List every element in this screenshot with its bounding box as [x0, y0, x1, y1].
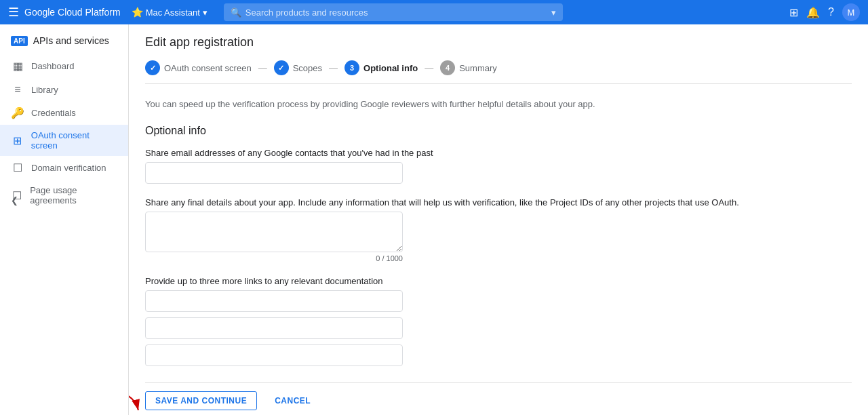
app-body: API APIs and services ▦ Dashboard ≡ Libr…	[0, 24, 868, 415]
step-summary: 4 Summary	[440, 60, 497, 75]
step-label-summary: Summary	[459, 63, 497, 73]
notifications-icon[interactable]: 🔔	[806, 6, 820, 19]
search-expand-icon[interactable]: ▾	[551, 7, 556, 18]
search-icon: 🔍	[231, 7, 241, 18]
menu-icon[interactable]: ☰	[8, 5, 19, 20]
email-input[interactable]	[145, 162, 403, 184]
step-label-scopes: Scopes	[293, 63, 322, 73]
sidebar-title: APIs and services	[33, 35, 109, 46]
links-form-group: Provide up to three more links to any re…	[145, 276, 852, 366]
details-form-group: Share any final details about your app. …	[145, 197, 852, 262]
account-selector[interactable]: ⭐ Mac Assistant ▾	[132, 7, 208, 18]
sidebar-label-dashboard: Dashboard	[31, 61, 75, 71]
details-label: Share any final details about your app. …	[145, 197, 852, 208]
step-sep-2: —	[329, 63, 338, 73]
collapse-sidebar-button[interactable]: ❮	[0, 190, 29, 211]
apps-icon[interactable]: ⊞	[789, 6, 798, 19]
links-label: Provide up to three more links to any re…	[145, 276, 852, 286]
details-textarea[interactable]	[145, 212, 403, 252]
api-badge: API	[11, 36, 28, 46]
annotation-arrow	[129, 390, 145, 416]
sidebar-label-domain: Domain verification	[31, 163, 106, 173]
link1-input[interactable]	[145, 290, 403, 312]
step-sep-1: —	[258, 63, 267, 73]
search-input[interactable]	[245, 7, 547, 18]
credentials-icon: 🔑	[11, 106, 24, 119]
section-title: Optional info	[145, 125, 852, 137]
step-label-optional: Optional info	[363, 63, 418, 73]
email-form-group: Share email addresses of any Google cont…	[145, 148, 852, 184]
help-icon[interactable]: ?	[828, 6, 834, 18]
stepper: ✓ OAuth consent screen — ✓ Scopes — 3 Op…	[145, 60, 852, 84]
sidebar-item-library[interactable]: ≡ Library	[0, 78, 128, 101]
action-bar: SAVE AND CONTINUE CANCEL	[145, 382, 852, 416]
search-bar: 🔍 ▾	[224, 3, 563, 21]
step-oauth-consent: ✓ OAuth consent screen	[145, 60, 252, 75]
sidebar-label-page-usage: Page usage agreements	[30, 185, 117, 205]
step-circle-optional: 3	[344, 60, 359, 75]
top-navigation: ☰ Google Cloud Platform ⭐ Mac Assistant …	[0, 0, 868, 24]
app-title-text: Google Cloud Platform	[24, 7, 121, 18]
sidebar-label-oauth: OAuth consent screen	[31, 130, 117, 151]
cancel-button[interactable]: CANCEL	[265, 392, 320, 410]
sidebar-header: API APIs and services	[0, 30, 128, 54]
nav-actions: ⊞ 🔔 ? M	[789, 3, 860, 21]
library-icon: ≡	[11, 83, 24, 96]
sidebar-item-dashboard[interactable]: ▦ Dashboard	[0, 54, 128, 78]
step-label-oauth: OAuth consent screen	[164, 63, 252, 73]
account-name: Mac Assistant	[146, 7, 200, 18]
step-circle-scopes: ✓	[274, 60, 289, 75]
sidebar-item-credentials[interactable]: 🔑 Credentials	[0, 101, 128, 125]
email-label: Share email addresses of any Google cont…	[145, 148, 852, 158]
char-count: 0 / 1000	[145, 254, 403, 262]
account-circle-icon[interactable]: M	[842, 3, 860, 21]
page-title: Edit app registration	[145, 35, 852, 50]
link2-input[interactable]	[145, 317, 403, 339]
intro-text: You can speed up the verification proces…	[145, 98, 852, 111]
domain-icon: ☐	[11, 161, 24, 174]
sidebar-label-library: Library	[31, 85, 58, 95]
dashboard-icon: ▦	[11, 60, 24, 73]
app-title: Google Cloud Platform	[24, 7, 121, 18]
oauth-icon: ⊞	[11, 134, 24, 147]
link3-input[interactable]	[145, 344, 403, 366]
sidebar-item-oauth-consent[interactable]: ⊞ OAuth consent screen	[0, 125, 128, 156]
step-circle-summary: 4	[440, 60, 455, 75]
sidebar: API APIs and services ▦ Dashboard ≡ Libr…	[0, 24, 129, 415]
doc-links-group	[145, 290, 852, 366]
sidebar-label-credentials: Credentials	[31, 108, 76, 118]
account-chevron-icon: ▾	[203, 7, 208, 18]
save-continue-button[interactable]: SAVE AND CONTINUE	[145, 391, 257, 410]
step-scopes: ✓ Scopes	[274, 60, 322, 75]
sidebar-item-domain-verification[interactable]: ☐ Domain verification	[0, 156, 128, 180]
step-optional-info: 3 Optional info	[344, 60, 418, 75]
step-sep-3: —	[425, 63, 433, 73]
step-circle-oauth: ✓	[145, 60, 160, 75]
main-content: Edit app registration ✓ OAuth consent sc…	[129, 24, 868, 415]
